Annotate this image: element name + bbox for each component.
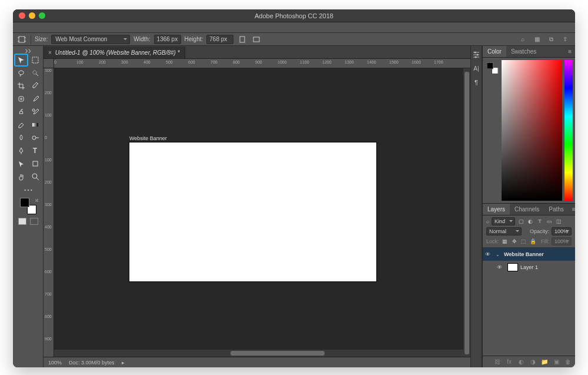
screen-mode-icon[interactable]: ⧉ <box>547 35 555 44</box>
lock-position-icon[interactable]: ✥ <box>511 238 518 244</box>
search-icon[interactable]: ⌕ <box>519 35 527 44</box>
arrange-documents-icon[interactable]: ▦ <box>533 35 541 44</box>
ruler-tick: 1100 <box>300 60 309 64</box>
horizontal-scrollbar[interactable] <box>54 350 463 357</box>
hue-slider[interactable] <box>564 60 573 201</box>
ruler-vertical[interactable]: 3002001000100200300400500600700800900 <box>44 68 54 357</box>
ruler-horizontal[interactable]: 0100200300400500600700800900100011001200… <box>54 59 470 68</box>
zoom-tool[interactable] <box>29 171 42 182</box>
adjustments-panel-icon[interactable] <box>472 49 481 59</box>
share-icon[interactable]: ⇪ <box>561 35 569 44</box>
ruler-tick: 800 <box>45 314 52 318</box>
fill-field[interactable]: 100% <box>552 237 572 245</box>
color-panel-menu-icon[interactable]: ≡ <box>564 48 575 55</box>
eyedropper-tool[interactable] <box>29 80 42 92</box>
layer-visibility-icon[interactable]: 👁 <box>497 264 505 270</box>
blend-mode-dropdown[interactable]: Normal <box>486 227 522 235</box>
hand-tool[interactable] <box>15 171 28 182</box>
lock-pixels-icon[interactable]: ▦ <box>502 238 509 244</box>
edit-toolbar-icon[interactable]: ⋯ <box>22 184 35 195</box>
link-layers-icon[interactable]: ⛓ <box>494 359 501 365</box>
orientation-landscape-icon[interactable] <box>251 35 262 44</box>
tab-paths[interactable]: Paths <box>544 204 569 215</box>
gradient-tool[interactable] <box>29 119 42 131</box>
canvas[interactable]: Website Banner <box>54 68 470 357</box>
healing-brush-tool[interactable] <box>15 93 28 105</box>
layer-mask-icon[interactable]: ◐ <box>517 359 524 365</box>
foreground-color-swatch[interactable] <box>20 198 29 207</box>
size-preset-dropdown[interactable]: Web Most Common <box>51 35 130 44</box>
opacity-field[interactable]: 100% <box>552 227 572 235</box>
ruler-tick: 400 <box>143 60 151 64</box>
quick-select-tool[interactable] <box>29 67 42 79</box>
svg-point-15 <box>475 52 476 54</box>
new-layer-icon[interactable]: ▣ <box>553 359 560 365</box>
filter-smart-icon[interactable]: ◫ <box>555 218 562 224</box>
layer-row[interactable]: 👁⌄Website Banner <box>483 248 575 261</box>
filter-type-icon[interactable]: T <box>536 218 543 224</box>
orientation-portrait-icon[interactable] <box>237 35 248 44</box>
lasso-tool[interactable] <box>15 67 28 79</box>
toolbar-expand-icon[interactable]: ›› <box>22 48 34 53</box>
ruler-origin[interactable] <box>44 59 54 68</box>
move-tool[interactable] <box>15 54 28 66</box>
crop-tool[interactable] <box>15 80 28 92</box>
path-select-tool[interactable] <box>15 158 28 170</box>
standard-mode-icon[interactable] <box>18 218 26 225</box>
filter-adjust-icon[interactable]: ◐ <box>527 218 534 224</box>
clone-stamp-tool[interactable] <box>15 106 28 118</box>
brush-tool[interactable] <box>29 93 42 105</box>
height-field[interactable]: 768 px <box>206 35 233 44</box>
artboard[interactable] <box>129 142 376 281</box>
ruler-tick: 0 <box>45 135 47 140</box>
filter-pixel-icon[interactable]: ▢ <box>517 218 524 224</box>
size-label: Size: <box>35 36 48 42</box>
lock-artboard-icon[interactable]: ⬚ <box>520 238 527 244</box>
svg-point-12 <box>32 136 36 140</box>
tab-color[interactable]: Color <box>483 46 506 57</box>
eraser-tool[interactable] <box>15 119 28 131</box>
layer-fx-icon[interactable]: fx <box>506 359 513 365</box>
marquee-tool[interactable] <box>29 54 42 66</box>
tab-swatches[interactable]: Swatches <box>506 46 541 57</box>
artboard-label[interactable]: Website Banner <box>129 135 167 141</box>
color-picker-field[interactable] <box>502 60 562 201</box>
fill-label: Fill: <box>541 238 549 244</box>
lock-all-icon[interactable]: 🔒 <box>530 238 537 244</box>
adjustment-layer-icon[interactable]: ◑ <box>529 359 536 365</box>
height-label: Height: <box>185 36 203 42</box>
layer-visibility-icon[interactable]: 👁 <box>485 251 493 257</box>
doc-info[interactable]: Doc: 3.00M/0 bytes <box>69 360 115 366</box>
artboard-tool-icon[interactable] <box>16 35 27 44</box>
history-brush-tool[interactable] <box>29 106 42 118</box>
ruler-tick: 300 <box>121 60 128 64</box>
pen-tool[interactable] <box>15 145 28 157</box>
tab-layers[interactable]: Layers <box>483 204 510 215</box>
swap-colors-icon[interactable]: ⤭ <box>35 198 39 203</box>
dodge-tool[interactable] <box>29 132 42 144</box>
zoom-level[interactable]: 100% <box>48 360 62 366</box>
layer-disclose-icon[interactable]: ⌄ <box>496 252 502 257</box>
type-tool[interactable]: T <box>29 145 42 157</box>
paragraph-panel-icon[interactable]: ¶ <box>472 78 481 87</box>
vertical-scrollbar[interactable] <box>463 68 470 357</box>
layer-filter-kind-dropdown[interactable]: Kind <box>492 217 515 225</box>
layer-row[interactable]: 👁Layer 1 <box>483 261 575 274</box>
document-tab[interactable]: × Untitled-1 @ 100% (Website Banner, RGB… <box>44 47 185 58</box>
blur-tool[interactable] <box>15 132 28 144</box>
ruler-tick: 300 <box>45 203 52 207</box>
tab-channels[interactable]: Channels <box>510 204 544 215</box>
width-field[interactable]: 1366 px <box>154 35 181 44</box>
ruler-tick: 700 <box>45 292 52 296</box>
foreground-background-color[interactable]: ⤭ <box>18 198 39 215</box>
shape-tool[interactable] <box>29 158 42 170</box>
filter-shape-icon[interactable]: ▭ <box>546 218 553 224</box>
quickmask-mode-icon[interactable] <box>30 218 38 225</box>
layers-panel-menu-icon[interactable]: ≡ <box>569 206 575 213</box>
layer-group-icon[interactable]: 📁 <box>541 359 548 365</box>
character-panel-icon[interactable]: A| <box>472 64 481 73</box>
tab-close-icon[interactable]: × <box>48 49 52 56</box>
doc-info-flyout-icon[interactable]: ▸ <box>122 360 125 366</box>
delete-layer-icon[interactable]: 🗑 <box>564 359 572 365</box>
layer-thumb[interactable] <box>507 263 518 271</box>
